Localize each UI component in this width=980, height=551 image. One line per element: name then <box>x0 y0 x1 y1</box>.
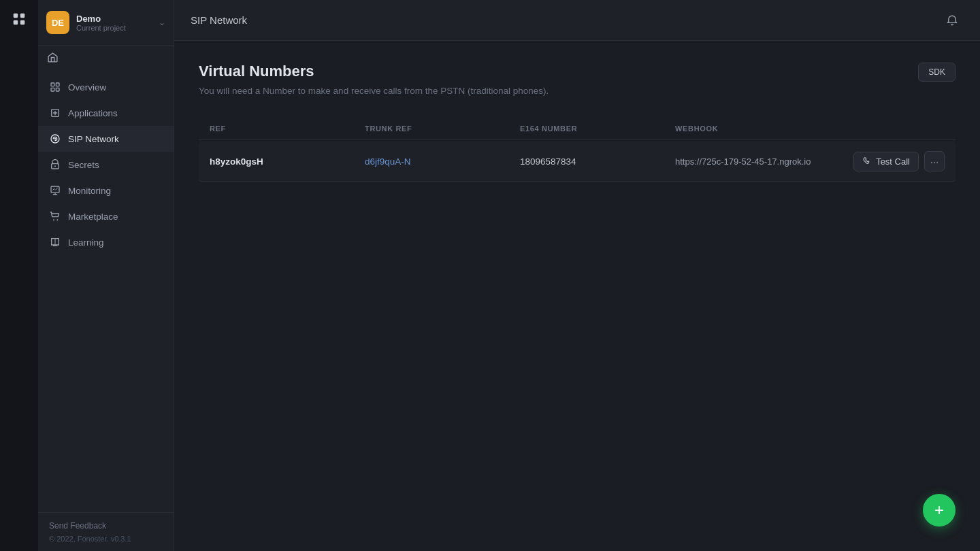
sidebar-item-secrets[interactable]: Secrets <box>38 152 174 178</box>
project-switcher[interactable]: DE Demo Current project ⌄ <box>38 0 174 46</box>
topbar: SIP Network <box>174 0 980 41</box>
applications-icon <box>49 107 61 119</box>
svg-rect-7 <box>56 88 59 91</box>
cell-e164: 18096587834 <box>520 156 670 167</box>
learning-icon <box>49 236 61 248</box>
sidebar-item-marketplace[interactable]: Marketplace <box>38 203 174 229</box>
col-e164: E164 NUMBER <box>520 124 670 133</box>
marketplace-icon <box>49 210 61 222</box>
sidebar-item-applications[interactable]: Applications <box>38 100 174 126</box>
svg-rect-5 <box>56 83 59 86</box>
project-avatar: DE <box>46 11 69 34</box>
monitoring-icon <box>49 184 61 197</box>
sidebar-item-applications-label: Applications <box>68 108 118 118</box>
topbar-actions <box>941 9 964 32</box>
svg-point-14 <box>53 219 54 220</box>
svg-rect-4 <box>51 83 54 86</box>
svg-point-15 <box>56 219 58 220</box>
sidebar-item-sip-network[interactable]: SIP Network <box>38 126 174 152</box>
app-logo[interactable] <box>8 8 30 30</box>
page-description: You will need a Number to make and recei… <box>199 86 956 96</box>
sidebar: DE Demo Current project ⌄ <box>38 0 174 551</box>
sidebar-item-monitoring-label: Monitoring <box>68 186 111 196</box>
project-name: Demo <box>76 14 152 24</box>
test-call-label: Test Call <box>876 156 910 167</box>
svg-rect-1 <box>20 14 24 18</box>
col-trunk-ref: TRUNK REF <box>365 124 514 133</box>
sidebar-item-learning[interactable]: Learning <box>38 229 174 255</box>
virtual-numbers-table: REF TRUNK REF E164 NUMBER WEBHOOK h8yzok… <box>199 118 956 182</box>
col-ref: REF <box>210 124 359 133</box>
content-area: SDK Virtual Numbers You will need a Numb… <box>174 41 980 551</box>
add-button[interactable]: + <box>923 494 956 527</box>
svg-point-10 <box>54 138 56 140</box>
left-rail <box>0 0 38 551</box>
test-call-button[interactable]: Test Call <box>853 152 919 171</box>
sidebar-item-secrets-label: Secrets <box>68 160 99 170</box>
sip-icon <box>49 133 61 145</box>
notifications-button[interactable] <box>941 9 964 32</box>
svg-rect-6 <box>51 88 54 91</box>
project-subtitle: Current project <box>76 24 152 32</box>
table-row: h8yzok0gsH d6jf9quA-N 18096587834 https:… <box>199 141 956 182</box>
svg-rect-2 <box>14 20 18 24</box>
sidebar-nav: Overview Applications SIP Network <box>38 69 174 512</box>
plus-icon: + <box>934 501 944 520</box>
sidebar-item-sip-label: SIP Network <box>68 134 119 144</box>
chevron-down-icon: ⌄ <box>159 18 165 27</box>
main-panel: SIP Network SDK Virtual Numbers You will… <box>174 0 980 551</box>
cell-ref: h8yzok0gsH <box>210 156 359 167</box>
sidebar-item-overview[interactable]: Overview <box>38 74 174 100</box>
secrets-icon <box>49 158 61 171</box>
project-info: Demo Current project <box>76 14 152 32</box>
send-feedback-link[interactable]: Send Feedback <box>49 521 163 531</box>
overview-icon <box>49 81 61 93</box>
sidebar-item-overview-label: Overview <box>68 82 106 93</box>
sdk-button[interactable]: SDK <box>918 63 956 82</box>
sidebar-footer: Send Feedback © 2022, Fonoster. v0.3.1 <box>38 512 174 551</box>
col-webhook: WEBHOOK <box>675 124 939 133</box>
svg-point-12 <box>54 165 56 167</box>
topbar-title: SIP Network <box>191 14 247 26</box>
sidebar-item-marketplace-label: Marketplace <box>68 212 118 222</box>
table-header: REF TRUNK REF E164 NUMBER WEBHOOK <box>199 118 956 140</box>
more-options-button[interactable]: ··· <box>924 151 945 171</box>
home-icon <box>46 51 59 63</box>
sidebar-item-learning-label: Learning <box>68 237 104 248</box>
svg-rect-0 <box>14 14 18 18</box>
sidebar-item-home[interactable] <box>38 46 174 69</box>
svg-rect-3 <box>20 20 24 24</box>
more-icon: ··· <box>930 156 939 167</box>
row-actions: Test Call ··· <box>853 151 945 171</box>
cell-trunk-ref: d6jf9quA-N <box>365 156 514 167</box>
version-text: © 2022, Fonoster. v0.3.1 <box>49 535 163 543</box>
cell-webhook: https://725c-179-52-45-17.ngrok.io <box>675 156 848 167</box>
page-title: Virtual Numbers <box>199 63 956 80</box>
sidebar-item-monitoring[interactable]: Monitoring <box>38 178 174 203</box>
